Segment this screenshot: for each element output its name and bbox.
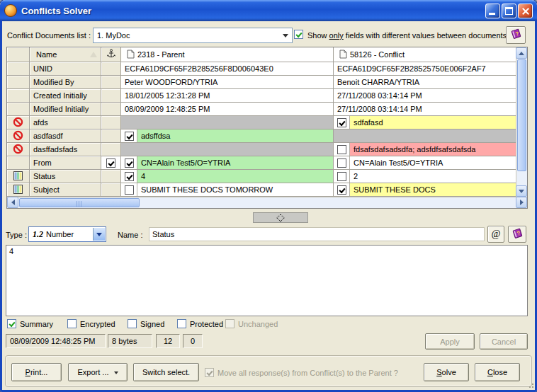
splitter-handle[interactable] — [253, 212, 308, 223]
export-button[interactable]: Export ... — [68, 363, 128, 381]
arrow-down-icon — [519, 190, 524, 196]
conflict-value-cell[interactable] — [334, 129, 516, 143]
parent-value[interactable]: 18/01/2005 12:31:28 PM — [121, 89, 333, 102]
conflict-value-cell[interactable]: ECFA61D9CF65F2B28525750E006F2AF7 — [334, 62, 516, 76]
type-combobox[interactable]: 1.2 Number — [28, 226, 106, 242]
row-field-name: UNID — [30, 62, 101, 76]
field-name-input[interactable]: Status — [149, 227, 485, 241]
anchor-cell — [101, 170, 121, 183]
conflict-select-checkbox[interactable] — [337, 145, 346, 154]
parent-value-cell[interactable]: SUBMIT THESE DOCS TOMORROW — [121, 183, 334, 197]
conflict-select-checkbox[interactable] — [337, 118, 346, 127]
conflict-value-cell[interactable]: 2 — [334, 170, 516, 183]
chevron-down-icon[interactable] — [283, 34, 288, 40]
parent-select-checkbox[interactable] — [125, 132, 134, 141]
parent-value[interactable]: 4 — [137, 170, 333, 183]
parent-value-cell[interactable]: adsffdsa — [121, 129, 334, 143]
solve-button[interactable]: Solve — [424, 363, 469, 381]
conflict-value[interactable]: SUBMIT THESE DOCS — [350, 183, 516, 196]
switch-select-button[interactable]: Switch select. — [133, 363, 199, 381]
field-help-book-button[interactable]: ? — [508, 226, 526, 243]
conflict-value[interactable]: 27/11/2008 03:14:14 PM — [334, 89, 516, 102]
at-icon: @ — [492, 229, 501, 240]
close-button[interactable] — [518, 4, 533, 18]
show-only-checkbox[interactable] — [294, 30, 303, 39]
conflict-value-cell[interactable]: CN=Alain Test5/O=YTRIA — [334, 156, 516, 170]
formula-at-button[interactable]: @ — [487, 226, 504, 243]
parent-value-cell[interactable]: Peter WOODFORD/YTRIA — [121, 76, 334, 89]
parent-value-cell[interactable] — [121, 116, 334, 129]
parent-value[interactable]: adsffdsa — [137, 129, 333, 142]
conflict-value[interactable]: 2 — [350, 170, 516, 183]
chevron-down-icon — [114, 371, 118, 376]
parent-value-cell[interactable]: ECFA61D9CF65F2B285256F8D006043E0 — [121, 62, 334, 76]
conflict-value[interactable]: sdfafasd — [350, 116, 516, 129]
scroll-right-button[interactable] — [516, 197, 527, 208]
conflict-select-checkbox[interactable] — [337, 185, 346, 195]
conflict-select-checkbox[interactable] — [337, 158, 346, 168]
conflict-value[interactable]: ECFA61D9CF65F2B28525750E006F2AF7 — [334, 62, 516, 75]
row-field-name: Status — [30, 170, 101, 183]
header-name[interactable]: Name — [30, 47, 101, 62]
chevron-down-icon[interactable] — [93, 228, 105, 241]
anchor-cell — [101, 183, 121, 197]
help-book-button[interactable]: ? — [506, 26, 526, 44]
header-conflict-doc[interactable]: 58126 - Conflict — [334, 47, 516, 62]
conflict-value-cell[interactable]: sdfafasd — [334, 116, 516, 129]
conflict-value[interactable]: CN=Alain Test5/O=YTRIA — [350, 156, 516, 169]
table-header-row: Name 2318 - Parent 58126 - Conflict — [7, 47, 516, 62]
minimize-button[interactable] — [485, 4, 500, 18]
parent-value[interactable]: Peter WOODFORD/YTRIA — [121, 76, 333, 88]
conflict-value-cell[interactable]: SUBMIT THESE DOCS — [334, 183, 516, 197]
conflict-value[interactable]: Benoit CHARRA/YTRIA — [334, 76, 516, 88]
print-button[interactable]: Print... — [11, 363, 62, 381]
flag-checkbox-signed[interactable] — [128, 319, 137, 328]
maximize-button[interactable] — [502, 4, 516, 18]
parent-select-checkbox[interactable] — [125, 158, 134, 168]
conflict-value-cell[interactable]: Benoit CHARRA/YTRIA — [334, 76, 516, 89]
conflict-value[interactable]: 27/11/2008 03:14:14 PM — [334, 103, 516, 115]
book-icon: ? — [510, 28, 522, 42]
scroll-up-button[interactable] — [516, 47, 527, 59]
parent-value[interactable]: ECFA61D9CF65F2B285256F8D006043E0 — [121, 62, 333, 75]
anchor-checkbox[interactable] — [106, 158, 115, 168]
close-dialog-button[interactable]: Close — [475, 363, 520, 381]
parent-select-checkbox[interactable] — [125, 185, 134, 195]
parent-value-cell[interactable]: 08/09/2009 12:48:25 PM — [121, 103, 334, 116]
parent-value[interactable]: 08/09/2009 12:48:25 PM — [121, 103, 333, 115]
conflict-value-cell[interactable]: 27/11/2008 03:14:14 PM — [334, 103, 516, 116]
cancel-button: Cancel — [480, 333, 528, 350]
field-name-label: Name : — [118, 231, 142, 239]
status-field-size: 8 bytes — [108, 334, 152, 348]
conflict-value-cell[interactable]: fdsafsdafsadsdfa; adsfdfsafsdafsda — [334, 143, 516, 156]
conflict-table: Name 2318 - Parent 58126 - Conflict UNID… — [6, 47, 528, 209]
parent-select-checkbox[interactable] — [125, 172, 134, 181]
field-value-editor[interactable]: 4 — [6, 245, 528, 316]
conflict-value[interactable]: fdsafsdafsadsdfa; adsfdfsafsdafsda — [350, 143, 516, 156]
conflict-select-checkbox[interactable] — [337, 172, 346, 181]
scroll-down-button[interactable] — [516, 185, 527, 197]
conflict-value-cell[interactable]: 27/11/2008 03:14:14 PM — [334, 89, 516, 103]
flag-checkbox-encrypted[interactable] — [67, 319, 77, 328]
parent-value-cell[interactable] — [121, 143, 334, 156]
close-icon — [519, 4, 532, 18]
doc-list-combobox[interactable]: 1. MyDoc — [93, 28, 293, 43]
vertical-scroll-thumb[interactable] — [517, 59, 526, 171]
vertical-scrollbar[interactable] — [516, 47, 527, 197]
parent-value-cell[interactable]: CN=Alain Test5/O=YTRIA — [121, 156, 334, 170]
horizontal-scroll-thumb[interactable] — [19, 198, 140, 207]
header-anchor[interactable] — [101, 47, 121, 62]
resize-grip[interactable] — [526, 381, 533, 388]
row-icon-cell — [7, 143, 30, 156]
horizontal-scrollbar[interactable] — [7, 197, 527, 208]
scroll-left-button[interactable] — [7, 197, 18, 208]
parent-value[interactable]: CN=Alain Test5/O=YTRIA — [137, 156, 333, 169]
parent-value-cell[interactable]: 4 — [121, 170, 334, 183]
header-parent-doc[interactable]: 2318 - Parent — [121, 47, 334, 62]
flag-checkbox-protected[interactable] — [177, 319, 186, 328]
flag-checkbox-summary[interactable] — [7, 319, 16, 328]
move-responses-checkbox — [205, 368, 214, 377]
parent-value[interactable]: SUBMIT THESE DOCS TOMORROW — [137, 183, 333, 196]
parent-value-cell[interactable]: 18/01/2005 12:31:28 PM — [121, 89, 334, 103]
anchor-cell — [101, 89, 121, 103]
